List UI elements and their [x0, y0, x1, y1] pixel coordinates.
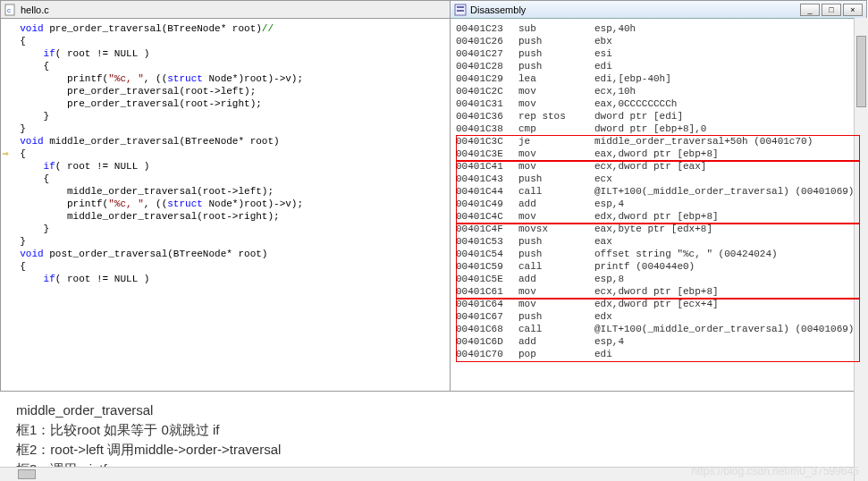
asm-address: 00401C23	[456, 22, 518, 35]
asm-operands: edi	[594, 60, 612, 72]
note-line-2: 框2：root->left 调用middle->order->traversal	[16, 440, 852, 460]
disassembly-title: Disassembly	[470, 4, 526, 15]
asm-line: 00401C26pushebx	[456, 35, 861, 47]
note-line-1: 框1：比较root 如果等于 0就跳过 if	[16, 420, 852, 440]
code-line: void post_order_traversal(BTreeNode* roo…	[8, 248, 442, 260]
code-line: middle_order_traversal(root->right);	[8, 210, 442, 223]
asm-address: 00401C27	[456, 47, 518, 60]
asm-address: 00401C29	[456, 72, 518, 85]
asm-line: 00401C29leaedi,[ebp-40h]	[456, 72, 861, 85]
asm-line: 00401C27pushesi	[456, 47, 861, 60]
disassembly-area[interactable]: 00401C23subesp,40h00401C26pushebx00401C2…	[451, 19, 866, 391]
source-code-area[interactable]: void pre_order_traversal(BTreeNode* root…	[1, 19, 450, 391]
code-line: }	[8, 122, 442, 135]
code-line: }	[8, 223, 442, 235]
code-line: {	[8, 173, 442, 185]
code-line: {	[8, 260, 442, 273]
asm-operands: dword ptr [ebp+8],0	[594, 122, 706, 135]
asm-operands: edi,[ebp-40h]	[594, 72, 671, 85]
asm-address: 00401C26	[456, 35, 518, 47]
highlight-box-1	[456, 135, 860, 162]
highlight-box-3	[456, 223, 860, 300]
disassembly-title-bar: Disassembly _ □ ×	[451, 1, 866, 19]
code-line: }	[8, 235, 442, 248]
asm-address: 00401C2C	[456, 85, 518, 97]
current-line-arrow-icon: ⇨	[3, 148, 9, 160]
asm-line: 00401C23subesp,40h	[456, 22, 861, 35]
code-line: {	[8, 60, 442, 72]
code-line: void middle_order_traversal(BTreeNode* r…	[8, 135, 442, 148]
code-line: printf("%c, ", ((struct Node*)root)->v);	[8, 72, 442, 85]
asm-address: 00401C28	[456, 60, 518, 72]
asm-opcode: push	[518, 60, 594, 72]
source-tab-bar: c hello.c	[1, 1, 450, 19]
svg-rect-4	[457, 10, 464, 12]
asm-operands: ebx	[594, 35, 612, 47]
disassembly-icon	[454, 4, 467, 16]
maximize-button[interactable]: □	[822, 4, 841, 16]
asm-line: 00401C38cmpdword ptr [ebp+8],0	[456, 122, 861, 135]
asm-line: 00401C2Cmovecx,10h	[456, 85, 861, 97]
asm-operands: esp,40h	[594, 22, 636, 35]
minimize-button[interactable]: _	[800, 4, 820, 16]
code-line: printf("%c, ", ((struct Node*)root)->v);	[8, 198, 442, 210]
asm-operands: ecx,10h	[594, 85, 636, 97]
asm-opcode: cmp	[518, 122, 594, 135]
asm-address: 00401C38	[456, 122, 518, 135]
svg-rect-3	[457, 6, 464, 8]
asm-opcode: lea	[518, 72, 594, 85]
disassembly-pane: Disassembly _ □ × 00401C23subesp,40h0040…	[450, 0, 867, 392]
asm-line: 00401C31moveax,0CCCCCCCCh	[456, 97, 861, 110]
asm-opcode: mov	[518, 97, 594, 110]
asm-line: 00401C28pushedi	[456, 60, 861, 72]
code-line: if( root != NULL )	[8, 47, 442, 60]
code-line: pre_order_traversal(root->right);	[8, 97, 442, 110]
svg-text:c: c	[7, 6, 11, 14]
file-c-icon: c	[4, 4, 17, 16]
asm-line: 00401C36rep stosdword ptr [edi]	[456, 110, 861, 122]
window-controls: _ □ ×	[800, 4, 863, 16]
asm-opcode: mov	[518, 85, 594, 97]
close-button[interactable]: ×	[843, 4, 863, 16]
code-line: middle_order_traversal(root->left);	[8, 185, 442, 198]
code-line: {	[8, 35, 442, 47]
asm-operands: eax,0CCCCCCCCh	[594, 97, 677, 110]
code-line: ⇨ {	[8, 148, 442, 160]
code-line: }	[8, 110, 442, 122]
highlight-box-4	[456, 298, 860, 362]
code-line: if( root != NULL )	[8, 273, 442, 285]
highlight-box-2	[456, 160, 860, 224]
asm-operands: esi	[594, 47, 612, 60]
source-tab-label[interactable]: hello.c	[21, 4, 49, 15]
note-title: middle_order_traversal	[16, 401, 852, 420]
asm-opcode: push	[518, 35, 594, 47]
asm-opcode: rep stos	[518, 110, 594, 122]
watermark: https://blog.csdn.net/m0_37599645	[692, 465, 859, 477]
code-line: if( root != NULL )	[8, 160, 442, 173]
asm-address: 00401C31	[456, 97, 518, 110]
source-editor-pane: c hello.c void pre_order_traversal(BTree…	[0, 0, 451, 392]
asm-opcode: push	[518, 47, 594, 60]
asm-opcode: sub	[518, 22, 594, 35]
asm-address: 00401C36	[456, 110, 518, 122]
asm-operands: dword ptr [edi]	[594, 110, 683, 122]
code-line: void pre_order_traversal(BTreeNode* root…	[8, 22, 442, 35]
code-line: pre_order_traversal(root->left);	[8, 85, 442, 97]
